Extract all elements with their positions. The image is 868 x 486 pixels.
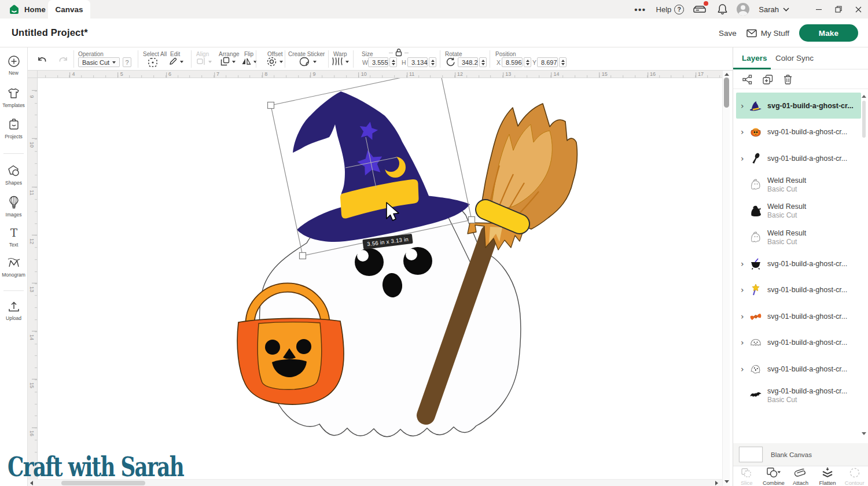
align-button[interactable] [196, 57, 207, 66]
sidebar-item-images[interactable]: Images [0, 195, 27, 218]
chevron-right-icon[interactable]: › [741, 312, 749, 321]
sidebar-item-new[interactable]: New [0, 54, 27, 76]
tab-layers[interactable]: Layers [742, 54, 767, 62]
layer-label-wrap: svg-01-build-a-ghost-cr... Basic Cut [767, 387, 847, 404]
design-canvas[interactable]: 3.56 in x 3.13 in 4567891011121314151617… [28, 71, 730, 486]
height-label: H [402, 59, 406, 66]
slice-button[interactable]: Slice [733, 466, 760, 486]
my-stuff-button[interactable]: My Stuff [746, 29, 789, 38]
sidebar-item-projects[interactable]: Projects [0, 117, 27, 139]
layer-row-pumpkin-pail[interactable]: › svg-01-build-a-ghost-cr... [736, 119, 861, 145]
layer-row-magic-wand[interactable]: › svg-01-build-a-ghost-cr... [736, 277, 861, 303]
h-ruler-number: 10 [361, 71, 367, 77]
duplicate-button[interactable] [762, 74, 774, 85]
create-sticker-button[interactable] [299, 56, 310, 67]
rotate-input[interactable]: 348.2 [458, 57, 478, 67]
chevron-right-icon[interactable]: › [741, 286, 749, 294]
ghost-design-artwork[interactable] [28, 71, 730, 486]
chevron-right-icon[interactable]: › [741, 365, 749, 373]
chevron-right-icon[interactable]: › [741, 338, 749, 347]
combine-button[interactable]: Combine [760, 466, 788, 486]
layer-row-weld-result-1[interactable]: Weld Result Basic Cut [736, 172, 861, 198]
contour-button[interactable]: Contour [841, 466, 868, 486]
minimize-button[interactable] [809, 0, 829, 19]
height-stepper[interactable] [429, 57, 436, 67]
y-input[interactable]: 8.697 [537, 57, 558, 67]
redo-button[interactable] [57, 55, 69, 65]
layer-row-spoon[interactable]: › svg-01-build-a-ghost-cr... [736, 145, 861, 171]
h-ruler-number: 7 [216, 71, 219, 77]
height-input[interactable]: 3.134 [407, 57, 428, 67]
tab-color-sync[interactable]: Color Sync [775, 54, 814, 62]
save-button[interactable]: Save [719, 29, 737, 38]
restore-button[interactable] [829, 0, 848, 19]
layer-row-bat[interactable]: svg-01-build-a-ghost-cr... Basic Cut [736, 382, 861, 408]
layers-scroll-thumb[interactable] [862, 101, 866, 138]
witch-hat-shape[interactable] [293, 91, 470, 242]
flatten-button[interactable]: Flatten [814, 466, 841, 486]
account-menu[interactable]: Sarah [737, 3, 789, 16]
scroll-up-arrow[interactable] [724, 73, 729, 76]
layer-row-ghost-a[interactable]: › svg-01-build-a-ghost-cr... [736, 330, 861, 356]
y-stepper[interactable] [559, 57, 567, 67]
sidebar-item-shapes[interactable]: Shapes [0, 164, 27, 186]
chevron-right-icon[interactable]: › [741, 102, 749, 110]
selection-handle-tl[interactable] [268, 102, 274, 109]
canvas-color-swatch[interactable] [739, 447, 763, 462]
layers-scroll-down-arrow[interactable] [862, 432, 866, 435]
sidebar-label: Images [6, 212, 22, 218]
sidebar-label: Upload [6, 315, 21, 321]
group-button[interactable] [742, 74, 753, 85]
rotate-stepper[interactable] [479, 57, 487, 67]
sidebar-label: Monogram [2, 272, 25, 278]
craft-with-sarah-watermark: Craft with Sarah [8, 451, 183, 483]
canvas-vertical-scrollbar[interactable] [722, 71, 730, 486]
close-button[interactable] [848, 0, 868, 19]
layer-row-witch-hat[interactable]: › svg-01-build-a-ghost-cr... [736, 93, 861, 119]
scroll-down-arrow[interactable] [724, 480, 729, 483]
width-stepper[interactable] [389, 57, 397, 67]
x-stepper[interactable] [524, 57, 531, 67]
more-menu-button[interactable]: ••• [634, 5, 646, 14]
layer-row-bow[interactable]: › svg-01-build-a-ghost-cr... [736, 303, 861, 329]
layer-row-cauldron[interactable]: › svg-01-build-a-ghost-cr... [736, 251, 861, 277]
home-button[interactable]: Home [9, 0, 46, 19]
chevron-right-icon[interactable]: › [741, 128, 749, 136]
chevron-right-icon[interactable]: › [741, 154, 749, 163]
sidebar-item-text[interactable]: T Text [0, 227, 27, 248]
vertical-scroll-thumb[interactable] [724, 78, 729, 108]
width-input[interactable]: 3.555 [368, 57, 388, 67]
notifications-button[interactable] [716, 3, 729, 16]
attach-button[interactable]: Attach [787, 466, 814, 486]
sidebar-item-templates[interactable]: Templates [0, 86, 27, 108]
flip-button[interactable] [241, 56, 252, 67]
layer-row-ghost-b[interactable]: › svg-01-build-a-ghost-cr... [736, 356, 861, 382]
layer-row-weld-result-3[interactable]: Weld Result Basic Cut [736, 224, 861, 251]
sidebar-item-monogram[interactable]: Monogram [0, 256, 27, 278]
scroll-right-arrow[interactable] [715, 481, 718, 485]
selection-handle-br[interactable] [469, 217, 475, 223]
layer-row-weld-result-2[interactable]: Weld Result Basic Cut [736, 198, 861, 224]
sidebar-label: New [9, 70, 19, 76]
x-input[interactable]: 8.596 [502, 57, 523, 67]
undo-button[interactable] [36, 55, 49, 65]
edit-toolbar: Operation Basic Cut ? Select All Edit Al… [28, 47, 733, 71]
arrange-button[interactable] [220, 56, 230, 67]
chevron-right-icon[interactable]: › [741, 260, 749, 268]
lock-icon[interactable] [393, 48, 404, 57]
warp-button[interactable] [331, 56, 344, 67]
selection-handle-bl[interactable] [300, 253, 306, 259]
layers-scroll-up-arrow[interactable] [862, 95, 866, 98]
machine-status-button[interactable] [693, 3, 707, 15]
sidebar-item-upload[interactable]: Upload [0, 300, 27, 321]
edit-button[interactable] [168, 56, 178, 67]
offset-button[interactable] [266, 56, 277, 67]
operation-help-button[interactable]: ? [123, 57, 131, 67]
select-all-button[interactable] [147, 57, 159, 68]
help-button[interactable]: Help ? [656, 5, 685, 14]
operation-select[interactable]: Basic Cut [78, 57, 120, 67]
delete-button[interactable] [783, 74, 793, 85]
tab-canvas[interactable]: Canvas [48, 0, 90, 19]
blank-canvas-row[interactable]: Blank Canvas [733, 443, 868, 466]
make-button[interactable]: Make [799, 24, 858, 42]
